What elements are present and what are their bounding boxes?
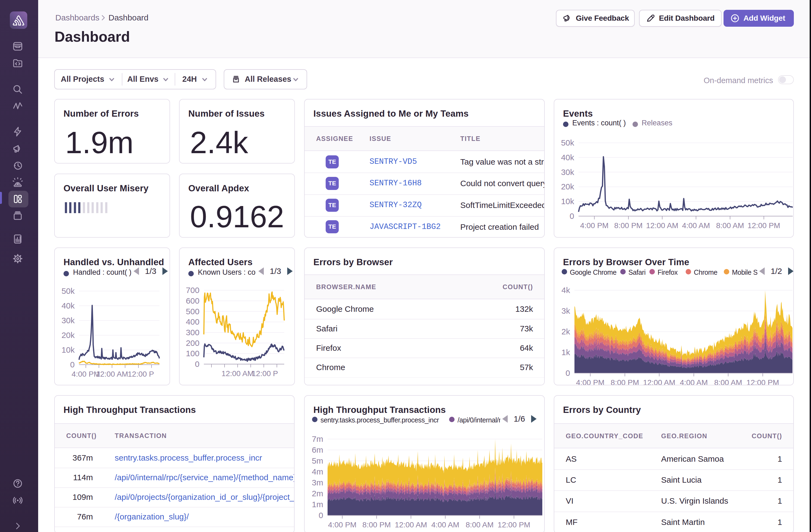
svg-text:4:00 PM: 4:00 PM [576,378,605,385]
svg-text:30k: 30k [561,168,575,177]
svg-text:4:00 AM: 4:00 AM [680,378,708,385]
svg-text:40k: 40k [561,153,575,162]
svg-text:12:00 P: 12:00 P [128,370,154,378]
svg-text:400: 400 [186,317,199,326]
svg-text:4:00 PM: 4:00 PM [328,520,356,529]
svg-text:4:00 PM: 4:00 PM [580,221,609,230]
svg-text:8:00 AM: 8:00 AM [466,520,494,529]
svg-text:7m: 7m [312,435,323,443]
svg-text:0: 0 [569,212,574,221]
svg-text:100: 100 [186,349,199,358]
svg-text:12:00 AM: 12:00 AM [643,378,675,385]
svg-text:1k: 1k [561,348,570,357]
svg-text:2k: 2k [561,327,570,336]
svg-text:8:00 AM: 8:00 AM [716,221,744,230]
svg-text:4k: 4k [561,286,570,294]
svg-text:10k: 10k [561,197,575,206]
svg-text:1m: 1m [312,500,323,509]
svg-text:50k: 50k [561,138,575,147]
svg-text:30k: 30k [62,316,75,325]
svg-text:8:00 PM: 8:00 PM [611,378,639,385]
svg-text:20k: 20k [62,331,75,339]
svg-text:2m: 2m [312,489,323,498]
svg-text:0: 0 [319,511,323,520]
svg-text:12:00 PM: 12:00 PM [748,221,780,230]
svg-text:10k: 10k [62,345,75,354]
svg-text:0: 0 [565,368,570,378]
svg-text:4:00 AM: 4:00 AM [431,520,459,529]
svg-text:4:00 AM: 4:00 AM [682,221,710,230]
svg-text:8:00 PM: 8:00 PM [614,221,643,230]
svg-text:12:00 PM: 12:00 PM [498,520,530,529]
svg-text:300: 300 [186,328,199,337]
svg-text:600: 600 [186,296,199,305]
svg-text:0: 0 [70,360,75,369]
svg-text:3k: 3k [561,306,570,315]
svg-text:12:00 PM: 12:00 PM [746,378,779,385]
svg-text:12:00 AM: 12:00 AM [221,369,254,378]
svg-text:12:00 AM: 12:00 AM [395,520,427,529]
svg-text:8:00 PM: 8:00 PM [363,520,391,529]
svg-text:20k: 20k [561,182,575,191]
svg-text:700: 700 [186,286,199,294]
svg-text:8:00 AM: 8:00 AM [714,378,742,385]
svg-text:40k: 40k [62,301,75,310]
svg-text:12:00 AM: 12:00 AM [96,370,128,378]
svg-text:12:00 AM: 12:00 AM [646,221,678,230]
svg-text:5m: 5m [312,456,323,465]
svg-text:6m: 6m [312,445,323,454]
svg-text:0: 0 [195,360,199,368]
svg-text:4m: 4m [312,467,323,476]
svg-text:12:00 P: 12:00 P [252,369,278,378]
svg-text:50k: 50k [62,286,75,295]
svg-text:200: 200 [186,338,199,348]
svg-text:3m: 3m [312,478,323,487]
svg-text:500: 500 [186,307,199,316]
